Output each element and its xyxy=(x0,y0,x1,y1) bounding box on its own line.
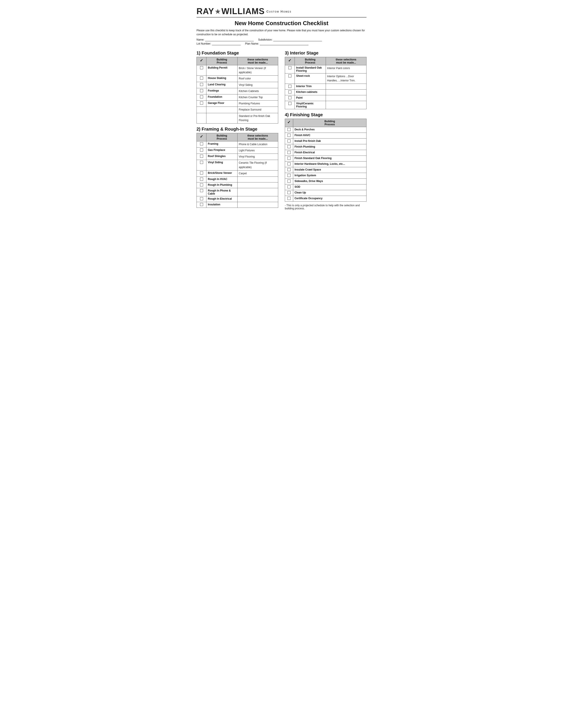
section3-table: ✓ BuildingProcess these selectionsmust b… xyxy=(285,57,367,109)
checkbox[interactable] xyxy=(288,145,291,148)
checkbox-cell[interactable] xyxy=(197,170,206,176)
checkbox[interactable] xyxy=(200,203,203,206)
checkbox[interactable] xyxy=(200,161,203,164)
checkbox-cell[interactable] xyxy=(197,160,206,170)
s3-bp-header: BuildingProcess xyxy=(295,57,326,65)
checkbox[interactable] xyxy=(200,148,203,152)
checkbox[interactable] xyxy=(288,157,291,160)
checkbox-cell[interactable] xyxy=(197,177,206,182)
checkbox-cell[interactable] xyxy=(197,154,206,160)
selection-cell xyxy=(326,101,367,109)
section3-title: 3) Interior Stage xyxy=(285,51,367,56)
s3-sel-header: these selectionsmust be made... xyxy=(326,57,367,65)
checkbox[interactable] xyxy=(200,197,203,200)
checkbox[interactable] xyxy=(200,89,203,92)
checkbox-cell[interactable] xyxy=(197,82,206,88)
checkbox[interactable] xyxy=(200,101,203,105)
selection-cell: Roof color xyxy=(237,76,278,82)
checkbox-cell[interactable] xyxy=(197,88,206,94)
checkbox-cell[interactable] xyxy=(197,148,206,154)
checkbox-cell[interactable] xyxy=(197,202,206,208)
checkbox[interactable] xyxy=(200,178,203,181)
checkbox-cell[interactable] xyxy=(285,161,293,167)
checkbox[interactable] xyxy=(289,90,292,94)
selection-cell: Interior Paint colors xyxy=(326,65,367,73)
checkbox-cell[interactable] xyxy=(285,139,293,144)
building-process-cell: Sidewalks, Drive Ways xyxy=(293,179,366,184)
checkbox-cell[interactable] xyxy=(197,94,206,100)
logo: RAY ★ WILLIAMS Custom Homes xyxy=(196,7,367,16)
selection-cell: Brick / Stone Veneer (if applicable) xyxy=(237,65,278,76)
checkbox[interactable] xyxy=(288,191,291,194)
checkbox-cell[interactable] xyxy=(197,141,206,147)
checkbox-cell[interactable] xyxy=(285,65,295,73)
checkbox-cell[interactable] xyxy=(197,182,206,188)
lot-input[interactable] xyxy=(212,42,241,45)
checkbox[interactable] xyxy=(288,128,291,131)
checkbox-cell[interactable] xyxy=(285,150,293,156)
checkbox[interactable] xyxy=(288,185,291,188)
checkbox[interactable] xyxy=(200,189,203,192)
selection-cell xyxy=(237,202,278,208)
subdivision-input[interactable] xyxy=(273,38,322,41)
checkbox[interactable] xyxy=(289,102,292,105)
building-process-cell: Finish Plumbing xyxy=(293,144,366,150)
checkbox-cell[interactable] xyxy=(285,84,295,90)
checkbox-cell[interactable] xyxy=(285,179,293,184)
checkbox-cell[interactable] xyxy=(197,107,206,113)
selection-cell xyxy=(237,196,278,202)
checkbox-cell[interactable] xyxy=(285,127,293,133)
checkbox-cell[interactable] xyxy=(197,188,206,196)
checkbox[interactable] xyxy=(200,155,203,158)
building-process-cell: Framing xyxy=(206,141,237,147)
checkbox-cell[interactable] xyxy=(197,113,206,123)
checkbox-cell[interactable] xyxy=(197,196,206,202)
checkbox-cell[interactable] xyxy=(285,73,295,84)
checkbox-cell[interactable] xyxy=(285,173,293,179)
checkbox-cell[interactable] xyxy=(285,101,295,109)
checkbox[interactable] xyxy=(288,180,291,183)
plan-input[interactable] xyxy=(260,42,309,45)
checkbox-cell[interactable] xyxy=(285,95,295,101)
checkbox[interactable] xyxy=(200,171,203,174)
checkbox[interactable] xyxy=(289,66,292,69)
name-field-group: Name: xyxy=(196,38,254,41)
s1-bp-header: BuildingProcess xyxy=(206,57,237,65)
checkbox[interactable] xyxy=(200,183,203,186)
checkbox[interactable] xyxy=(200,66,203,69)
checkbox-cell[interactable] xyxy=(285,90,295,95)
checkbox[interactable] xyxy=(288,162,291,165)
checkbox[interactable] xyxy=(289,85,292,88)
building-process-cell: Finish Standard Oak Flooring xyxy=(293,156,366,161)
checkbox-cell[interactable] xyxy=(197,101,206,107)
checkbox[interactable] xyxy=(200,77,203,80)
checkbox[interactable] xyxy=(200,95,203,98)
checkbox[interactable] xyxy=(289,74,292,77)
selection-cell: Light Fixtures xyxy=(237,148,278,154)
checkbox[interactable] xyxy=(200,142,203,145)
building-process-cell: Vinyl/Ceramic Flooring xyxy=(295,101,326,109)
checkbox[interactable] xyxy=(288,168,291,171)
checkbox[interactable] xyxy=(289,96,292,99)
checkbox-cell[interactable] xyxy=(197,65,206,76)
checkbox[interactable] xyxy=(288,151,291,154)
building-process-cell: Footings xyxy=(206,88,237,94)
checkbox[interactable] xyxy=(288,139,291,143)
logo-star: ★ xyxy=(214,7,221,16)
section4-title: 4) Finishing Stage xyxy=(285,112,367,117)
checkbox-cell[interactable] xyxy=(285,133,293,139)
checkbox-cell[interactable] xyxy=(197,76,206,82)
checkbox-cell[interactable] xyxy=(285,184,293,190)
name-input[interactable] xyxy=(205,38,254,41)
checkbox[interactable] xyxy=(288,174,291,177)
checkbox-cell[interactable] xyxy=(285,190,293,196)
checkbox[interactable] xyxy=(288,197,291,200)
checkbox-cell[interactable] xyxy=(285,156,293,161)
checkbox-cell[interactable] xyxy=(285,196,293,202)
checkbox-cell[interactable] xyxy=(285,144,293,150)
note-text: - This is only a projected schedule to h… xyxy=(285,204,367,210)
checkbox-cell[interactable] xyxy=(285,167,293,173)
checkbox[interactable] xyxy=(288,134,291,137)
s4-bp-header: BuildingProcess xyxy=(293,119,366,127)
checkbox[interactable] xyxy=(200,83,203,86)
